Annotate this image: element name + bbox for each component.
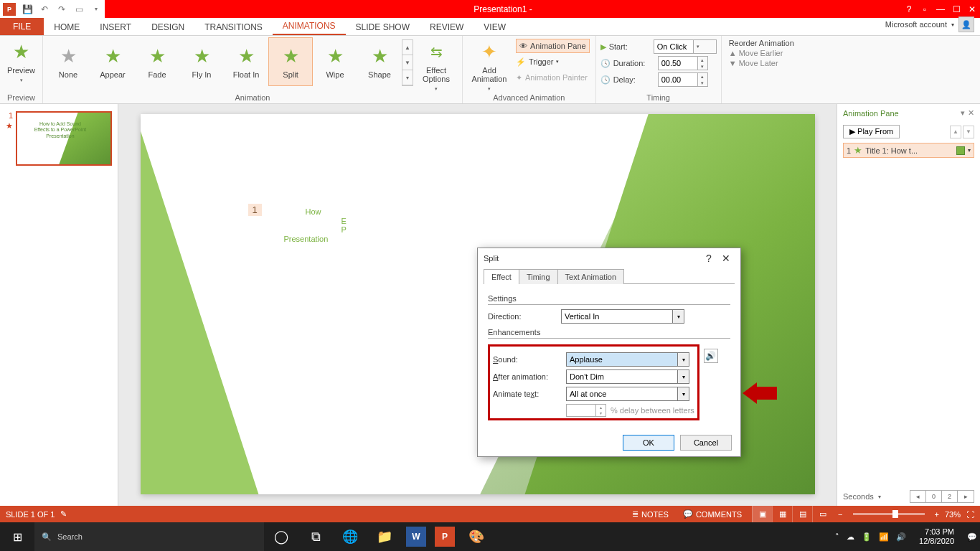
fit-to-window-icon[interactable]: ⛶ <box>966 510 974 519</box>
anim-appear[interactable]: ★Appear <box>90 37 135 86</box>
animation-painter-button[interactable]: ✦Animation Painter <box>516 70 590 85</box>
anim-floatin[interactable]: ★Float In <box>224 37 268 86</box>
spellcheck-icon[interactable]: ✎ <box>60 509 67 519</box>
anim-shape[interactable]: ★Shape <box>357 37 402 86</box>
anim-fade[interactable]: ★Fade <box>135 37 179 86</box>
dialog-titlebar[interactable]: Split ? ✕ <box>478 248 740 268</box>
zoom-in-icon[interactable]: + <box>935 510 939 519</box>
anim-none[interactable]: ★None <box>46 37 90 86</box>
clock-icon: 🕓 <box>600 75 611 85</box>
explorer-icon[interactable]: 📁 <box>367 522 402 551</box>
clock-icon: 🕓 <box>600 59 611 68</box>
animation-pane-toggle[interactable]: 👁Animation Pane <box>516 39 590 53</box>
save-icon[interactable]: 💾 <box>22 4 33 15</box>
animation-list-item[interactable]: 1 ★ Title 1: How t... ▾ <box>843 143 974 158</box>
tab-review[interactable]: REVIEW <box>420 19 473 35</box>
anim-wipe[interactable]: ★Wipe <box>313 37 357 86</box>
slide-thumbnail-1[interactable]: How to Add Sound Effects to a PowerPoint… <box>16 111 112 166</box>
battery-icon[interactable]: 🔋 <box>862 532 872 542</box>
pane-dropdown-icon[interactable]: ▾ <box>961 108 965 118</box>
delay-letters-spinner[interactable]: ▴▾ <box>566 404 606 417</box>
add-animation-button[interactable]: ✦ Add Animation ▾ <box>466 37 513 92</box>
timeline-nav[interactable]: ◂ 0 2 ▸ <box>910 490 974 503</box>
slide-indicator[interactable]: SLIDE 1 OF 1 <box>6 510 55 519</box>
preview-button[interactable]: ★ Preview ▾ <box>3 37 39 83</box>
cortana-icon[interactable]: ◯ <box>264 522 298 551</box>
move-later-button[interactable]: ▼ Move Later <box>729 59 794 67</box>
account-menu[interactable]: Microsoft account▾ 👤 <box>880 14 980 35</box>
nav-next-icon[interactable]: ▸ <box>958 491 974 502</box>
gallery-scroll[interactable]: ▲▼▾ <box>402 39 413 86</box>
search-icon: 🔍 <box>42 532 52 542</box>
zoom-out-icon[interactable]: − <box>838 510 842 519</box>
comments-button[interactable]: 💬 COMMENTS <box>679 506 746 522</box>
tab-design[interactable]: DESIGN <box>141 19 194 35</box>
tray-chevron-icon[interactable]: ˄ <box>835 532 839 542</box>
zoom-slider[interactable] <box>853 513 925 515</box>
move-up-icon[interactable]: ▲ <box>950 126 961 138</box>
wifi-icon[interactable]: 📶 <box>879 532 889 542</box>
play-from-button[interactable]: ▶ Play From <box>843 125 900 138</box>
chevron-down-icon[interactable]: ▾ <box>677 370 689 383</box>
move-down-icon[interactable]: ▼ <box>963 126 974 138</box>
tab-insert[interactable]: INSERT <box>90 19 141 35</box>
tab-file[interactable]: FILE <box>0 18 44 35</box>
notifications-icon[interactable]: 💬 <box>967 532 977 542</box>
normal-view-icon[interactable]: ▣ <box>752 506 772 522</box>
qat-dropdown-icon[interactable]: ▾ <box>90 4 102 15</box>
cancel-button[interactable]: Cancel <box>680 435 732 451</box>
animation-order-tag[interactable]: 1 <box>248 204 262 216</box>
tab-view[interactable]: VIEW <box>473 19 516 35</box>
animate-text-select[interactable]: ▾ <box>566 387 689 401</box>
onedrive-icon[interactable]: ☁ <box>847 532 854 542</box>
volume-icon[interactable]: 🔊 <box>896 532 906 542</box>
delay-spinner[interactable]: ▴▾ <box>658 72 708 87</box>
move-earlier-button[interactable]: ▲ Move Earlier <box>729 49 794 57</box>
start-select[interactable]: ▾ <box>654 39 717 54</box>
dialog-close-icon[interactable]: ✕ <box>717 253 735 264</box>
dlg-tab-textanim[interactable]: Text Animation <box>557 269 625 284</box>
chevron-down-icon[interactable]: ▾ <box>968 147 971 154</box>
taskview-icon[interactable]: ⧉ <box>298 522 333 551</box>
animation-pane: Animation Pane ▾✕ ▶ Play From ▲▼ 1 ★ Tit… <box>837 104 980 506</box>
direction-select[interactable]: ▾ <box>561 309 684 324</box>
tab-slideshow[interactable]: SLIDE SHOW <box>346 19 420 35</box>
sound-select[interactable]: ▾ <box>566 352 689 367</box>
taskbar-search[interactable]: 🔍 Search <box>34 522 264 551</box>
word-icon[interactable]: W <box>406 527 426 547</box>
group-preview: Preview <box>3 93 39 103</box>
anim-split[interactable]: ★Split <box>268 37 313 86</box>
chevron-down-icon[interactable]: ▾ <box>672 310 684 323</box>
reading-view-icon[interactable]: ▤ <box>792 506 812 522</box>
start-button[interactable]: ⊞ <box>0 522 34 551</box>
slide-title-text[interactable]: How E P Presentation <box>306 207 347 244</box>
paint-icon[interactable]: 🎨 <box>459 522 494 551</box>
chevron-down-icon[interactable]: ▾ <box>677 353 689 366</box>
sound-preview-button[interactable]: 🔊 <box>704 349 718 363</box>
undo-icon[interactable]: ↶ <box>39 4 50 15</box>
effect-options-button[interactable]: ⇆ Effect Options ▾ <box>413 37 459 92</box>
dlg-tab-effect[interactable]: Effect <box>484 269 519 284</box>
sorter-view-icon[interactable]: ▦ <box>772 506 792 522</box>
anim-flyin[interactable]: ★Fly In <box>179 37 224 86</box>
dlg-tab-timing[interactable]: Timing <box>519 269 558 284</box>
trigger-button[interactable]: ⚡Trigger▾ <box>516 55 590 69</box>
duration-spinner[interactable]: ▴▾ <box>658 56 708 70</box>
powerpoint-icon[interactable]: P <box>435 527 455 547</box>
dialog-help-icon[interactable]: ? <box>700 253 717 264</box>
tab-transitions[interactable]: TRANSITIONS <box>194 19 273 35</box>
ok-button[interactable]: OK <box>623 435 674 451</box>
chevron-down-icon[interactable]: ▾ <box>677 387 689 400</box>
nav-prev-icon[interactable]: ◂ <box>910 491 926 502</box>
redo-icon[interactable]: ↷ <box>56 4 67 15</box>
pane-close-icon[interactable]: ✕ <box>968 108 974 118</box>
after-animation-select[interactable]: ▾ <box>566 369 689 384</box>
chrome-icon[interactable]: 🌐 <box>333 522 367 551</box>
clock[interactable]: 7:03 PM 12/8/2020 <box>913 527 960 546</box>
start-from-beginning-icon[interactable]: ▭ <box>73 4 85 15</box>
tab-home[interactable]: HOME <box>44 19 90 35</box>
zoom-value[interactable]: 73% <box>945 510 961 519</box>
notes-button[interactable]: ≣ NOTES <box>628 506 673 522</box>
slideshow-view-icon[interactable]: ▭ <box>812 506 832 522</box>
tab-animations[interactable]: ANIMATIONS <box>273 18 346 35</box>
